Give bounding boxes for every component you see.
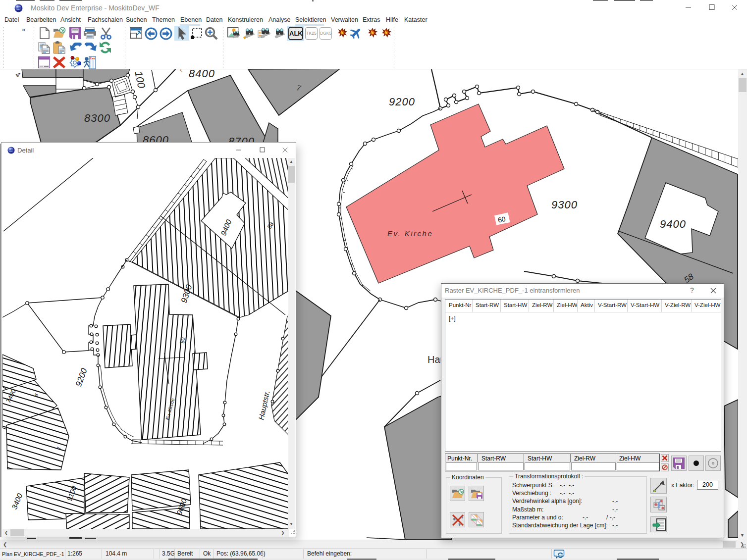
svg-text:9200: 9200 <box>389 96 415 108</box>
svg-text:9200: 9200 <box>74 367 89 388</box>
svg-text:ς: ς <box>180 69 183 72</box>
svg-text:Exit: Exit <box>90 57 95 60</box>
svg-text:9300: 9300 <box>551 199 578 211</box>
svg-text:8300: 8300 <box>84 112 110 124</box>
svg-text:3400: 3400 <box>10 492 24 510</box>
svg-text:9400: 9400 <box>660 218 686 230</box>
svg-text:60: 60 <box>179 337 186 344</box>
svg-text:8400: 8400 <box>189 69 215 80</box>
svg-text:100: 100 <box>133 70 148 89</box>
svg-text:Hauptstr.: Hauptstr. <box>257 390 271 421</box>
svg-text:4: 4 <box>14 70 22 79</box>
svg-text:Ev. Kirche: Ev. Kirche <box>387 229 433 238</box>
